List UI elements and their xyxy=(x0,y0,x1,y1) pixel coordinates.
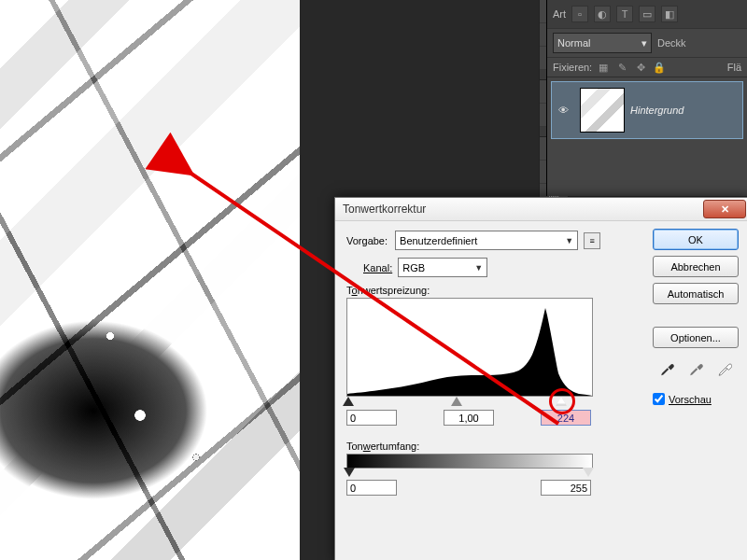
preset-menu-icon[interactable]: ≡ xyxy=(584,232,600,249)
white-eyedropper-icon[interactable] xyxy=(714,359,735,378)
output-white-slider[interactable] xyxy=(583,468,594,477)
cancel-button[interactable]: Abbrechen xyxy=(653,256,739,277)
output-black-input[interactable] xyxy=(346,480,397,496)
layer-thumbnail[interactable] xyxy=(580,88,625,133)
close-button[interactable]: ✕ xyxy=(703,200,746,218)
fill-label: Flä xyxy=(727,62,741,73)
white-point-slider[interactable] xyxy=(556,397,567,406)
dialog-titlebar[interactable]: Tonwertkorrektur ✕ xyxy=(335,198,747,221)
gray-eyedropper-icon[interactable] xyxy=(685,359,706,378)
preview-label: Vorschau xyxy=(669,394,712,405)
kind-label: Art xyxy=(553,8,566,20)
channel-label: Kanal: xyxy=(363,262,392,273)
filter-type-icon[interactable]: T xyxy=(616,6,633,22)
options-button[interactable]: Optionen... xyxy=(653,327,739,348)
layers-panel: Art ▫ ◐ T ▭ ◧ Normal▾ Deckk Fixieren: ▦ … xyxy=(546,0,747,196)
lock-row: Fixieren: ▦ ✎ ✥ 🔒 Flä xyxy=(547,58,747,77)
opacity-label: Deckk xyxy=(657,37,686,49)
filter-adjust-icon[interactable]: ◐ xyxy=(594,6,611,22)
black-eyedropper-icon[interactable] xyxy=(656,359,677,378)
preview-checkbox-input[interactable] xyxy=(653,393,665,405)
output-white-input[interactable] xyxy=(541,480,591,496)
black-point-input[interactable] xyxy=(346,410,397,426)
preset-value: Benutzerdefiniert xyxy=(400,235,477,246)
blend-mode-select[interactable]: Normal▾ xyxy=(553,33,652,53)
output-gradient[interactable] xyxy=(346,454,593,469)
auto-button[interactable]: Automatisch xyxy=(653,283,739,304)
eyedropper-row xyxy=(653,359,739,378)
midtone-input[interactable] xyxy=(444,410,494,426)
ok-button[interactable]: OK xyxy=(653,229,739,250)
levels-dialog: Tonwertkorrektur ✕ Vorgabe: Benutzerdefi… xyxy=(334,197,747,560)
visibility-icon[interactable]: 👁 xyxy=(552,105,574,116)
histogram[interactable] xyxy=(346,298,593,397)
filter-shape-icon[interactable]: ▭ xyxy=(639,6,655,22)
black-point-slider[interactable] xyxy=(343,397,354,406)
preset-label: Vorgabe: xyxy=(346,235,388,246)
lock-label: Fixieren: xyxy=(553,62,592,73)
lock-move-icon[interactable]: ✥ xyxy=(633,61,648,74)
channel-select[interactable]: RGB▼ xyxy=(398,258,487,277)
ice-photo xyxy=(0,0,300,560)
lock-paint-icon[interactable]: ✎ xyxy=(614,61,629,74)
preset-select[interactable]: Benutzerdefiniert▼ xyxy=(395,231,578,250)
output-levels-label: Tonwertumfang: xyxy=(346,441,617,452)
input-levels-label: Tonwertspreizung: xyxy=(346,285,617,296)
filter-smart-icon[interactable]: ◧ xyxy=(661,6,678,22)
input-slider-track[interactable] xyxy=(346,397,591,410)
lock-trans-icon[interactable]: ▦ xyxy=(596,61,611,74)
output-black-slider[interactable] xyxy=(344,468,355,477)
midtone-slider[interactable] xyxy=(451,397,462,406)
channel-value: RGB xyxy=(402,262,425,273)
document-image[interactable] xyxy=(0,0,300,560)
lock-all-icon[interactable]: 🔒 xyxy=(652,61,667,74)
preview-checkbox[interactable]: Vorschau xyxy=(653,393,739,405)
blend-mode-value: Normal xyxy=(557,37,590,49)
white-point-input[interactable] xyxy=(541,410,591,426)
layer-name: Hintergrund xyxy=(630,105,684,116)
filter-pixel-icon[interactable]: ▫ xyxy=(571,6,588,22)
layer-row-background[interactable]: 👁 Hintergrund xyxy=(551,81,743,139)
dialog-title: Tonwertkorrektur xyxy=(343,203,703,216)
